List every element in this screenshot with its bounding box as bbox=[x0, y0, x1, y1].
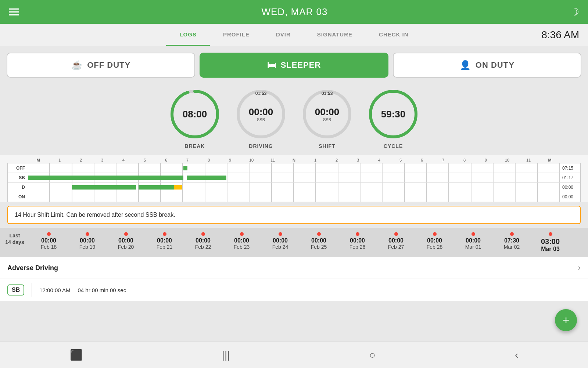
log-day-feb19[interactable]: 00:00 Feb 19 bbox=[68, 232, 107, 250]
sb-content bbox=[28, 173, 560, 182]
red-dot bbox=[86, 232, 89, 236]
log-day-time: 00:00 bbox=[234, 237, 249, 244]
log-day-feb27[interactable]: 00:00 Feb 27 bbox=[377, 232, 415, 250]
adverse-driving-title: Adverse Driving bbox=[7, 264, 58, 272]
driving-value: 00:00 bbox=[249, 107, 273, 117]
log-day-mar03[interactable]: 03:00 Mar 03 bbox=[531, 232, 570, 252]
log-day-date: Feb 28 bbox=[427, 244, 443, 250]
alert-message: 14 Hour Shift Limit. Can be removed afte… bbox=[15, 212, 175, 218]
d-content bbox=[28, 183, 560, 192]
red-dot bbox=[433, 232, 437, 236]
driving-ssb-time: 01:53 bbox=[255, 91, 267, 96]
red-dot bbox=[47, 232, 51, 236]
bottom-nav-menu-icon[interactable]: ||| bbox=[222, 349, 230, 361]
log-day-date: Feb 22 bbox=[195, 244, 211, 250]
on-label: ON bbox=[8, 194, 28, 199]
log-entry-time: 12:00:00 AM bbox=[39, 287, 70, 293]
red-dot bbox=[279, 232, 282, 236]
bottom-nav-home-icon[interactable]: ○ bbox=[369, 349, 376, 361]
fab-button[interactable]: + bbox=[555, 309, 577, 331]
red-dot bbox=[124, 232, 128, 236]
on-duty-button[interactable]: 👤 ON DUTY bbox=[393, 53, 581, 78]
tab-profile[interactable]: PROFILE bbox=[210, 24, 263, 46]
off-time: 07:15 bbox=[560, 166, 580, 171]
log-day-time: 00:00 bbox=[196, 237, 211, 244]
log-day-feb21[interactable]: 00:00 Feb 21 bbox=[145, 232, 184, 250]
shift-value: 00:00 bbox=[315, 107, 340, 117]
red-dot bbox=[394, 232, 398, 236]
sb-label: SB bbox=[8, 175, 28, 180]
off-content bbox=[28, 163, 560, 173]
bottom-nav-save-icon[interactable]: ⬛ bbox=[70, 349, 83, 361]
log-day-date: Feb 21 bbox=[157, 244, 173, 250]
off-duty-label: OFF DUTY bbox=[87, 60, 130, 70]
off-label: OFF bbox=[8, 166, 28, 171]
tab-checkin[interactable]: CHECK IN bbox=[366, 24, 422, 46]
duty-buttons: ☕ OFF DUTY 🛏 SLEEPER 👤 ON DUTY bbox=[0, 46, 588, 83]
timeline-grid: OFF 07:15 SB bbox=[7, 163, 581, 202]
on-content bbox=[28, 192, 560, 202]
log-day-date: Feb 19 bbox=[79, 244, 96, 250]
log-day-mar01[interactable]: 00:00 Mar 01 bbox=[454, 232, 492, 250]
break-label: BREAK bbox=[185, 143, 205, 149]
log-day-date: Feb 26 bbox=[349, 244, 366, 250]
log-entry[interactable]: SB 12:00:00 AM 04 hr 00 min 00 sec bbox=[0, 279, 588, 301]
log-days-header: Last14 days bbox=[0, 232, 29, 245]
tab-dvir[interactable]: DVIR bbox=[263, 24, 304, 46]
log-days-row: Last14 days 00:00 Feb 18 00:00 Feb 19 00… bbox=[0, 231, 588, 254]
driving-label: DRIVING bbox=[249, 143, 273, 149]
log-day-feb24[interactable]: 00:00 Feb 24 bbox=[261, 232, 300, 250]
log-day-time: 00:00 bbox=[80, 237, 95, 244]
log-day-mar02[interactable]: 07:30 Mar 02 bbox=[492, 232, 531, 250]
shift-gauge: 00:00 SSB 01:53 SHIFT bbox=[300, 86, 355, 149]
vertical-divider bbox=[32, 283, 32, 297]
log-day-time: 00:00 bbox=[466, 237, 481, 244]
timeline-row-sb: SB 01:17 bbox=[8, 173, 580, 183]
log-day-feb22[interactable]: 00:00 Feb 22 bbox=[184, 232, 222, 250]
log-day-date: Feb 18 bbox=[41, 244, 57, 250]
sleeper-label: SLEEPER bbox=[281, 60, 321, 70]
person-icon: 👤 bbox=[460, 60, 471, 70]
red-dot bbox=[549, 232, 552, 236]
log-day-time-highlight: 03:00 bbox=[541, 237, 560, 246]
log-day-feb26[interactable]: 00:00 Feb 26 bbox=[338, 232, 377, 250]
bed-icon: 🛏 bbox=[267, 60, 276, 70]
timeline-row-d: D 00:00 bbox=[8, 183, 580, 192]
log-day-date: Feb 23 bbox=[234, 244, 250, 250]
log-day-feb20[interactable]: 00:00 Feb 20 bbox=[107, 232, 145, 250]
driving-gauge: 00:00 SSB 01:53 DRIVING bbox=[233, 86, 288, 149]
log-day-time: 00:00 bbox=[273, 237, 288, 244]
top-header: WED, MAR 03 ☽ bbox=[0, 0, 588, 24]
cycle-label: CYCLE bbox=[384, 143, 403, 149]
d-label: D bbox=[8, 185, 28, 190]
timeline-row-off: OFF 07:15 bbox=[8, 163, 580, 173]
log-entry-duration: 04 hr 00 min 00 sec bbox=[78, 287, 126, 293]
bottom-nav: ⬛ ||| ○ ‹ bbox=[0, 342, 588, 368]
nav-tabs: LOGS PROFILE DVIR SIGNATURE CHECK IN 8:3… bbox=[0, 24, 588, 46]
log-day-time: 00:00 bbox=[157, 237, 172, 244]
moon-icon[interactable]: ☽ bbox=[570, 6, 579, 18]
red-dot bbox=[201, 232, 205, 236]
shift-ssb-time: 01:53 bbox=[322, 91, 333, 96]
log-day-feb25[interactable]: 00:00 Feb 25 bbox=[300, 232, 338, 250]
cycle-gauge: 59:30 CYCLE bbox=[366, 86, 421, 149]
off-duty-button[interactable]: ☕ OFF DUTY bbox=[7, 53, 195, 78]
hamburger-menu[interactable] bbox=[9, 8, 19, 15]
tab-signature[interactable]: SIGNATURE bbox=[304, 24, 366, 46]
alert-box: 14 Hour Shift Limit. Can be removed afte… bbox=[7, 206, 581, 224]
log-day-feb28[interactable]: 00:00 Feb 28 bbox=[415, 232, 454, 250]
driving-ssb: SSB bbox=[249, 117, 273, 121]
red-dot bbox=[472, 232, 475, 236]
shift-ssb: SSB bbox=[315, 117, 340, 121]
log-day-feb23[interactable]: 00:00 Feb 23 bbox=[222, 232, 261, 250]
tab-logs[interactable]: LOGS bbox=[166, 24, 210, 46]
log-day-time: 00:00 bbox=[118, 237, 133, 244]
bottom-nav-back-icon[interactable]: ‹ bbox=[515, 349, 518, 361]
sleeper-button[interactable]: 🛏 SLEEPER bbox=[200, 53, 388, 78]
gauges-section: 08:00 BREAK 00:00 SSB 01:53 DRIVING bbox=[0, 83, 588, 155]
sb-badge: SB bbox=[7, 284, 24, 296]
log-day-feb18[interactable]: 00:00 Feb 18 bbox=[29, 232, 68, 250]
header-title: WED, MAR 03 bbox=[261, 6, 327, 18]
adverse-driving-section[interactable]: Adverse Driving › bbox=[0, 257, 588, 279]
log-day-time: 00:00 bbox=[350, 237, 365, 244]
